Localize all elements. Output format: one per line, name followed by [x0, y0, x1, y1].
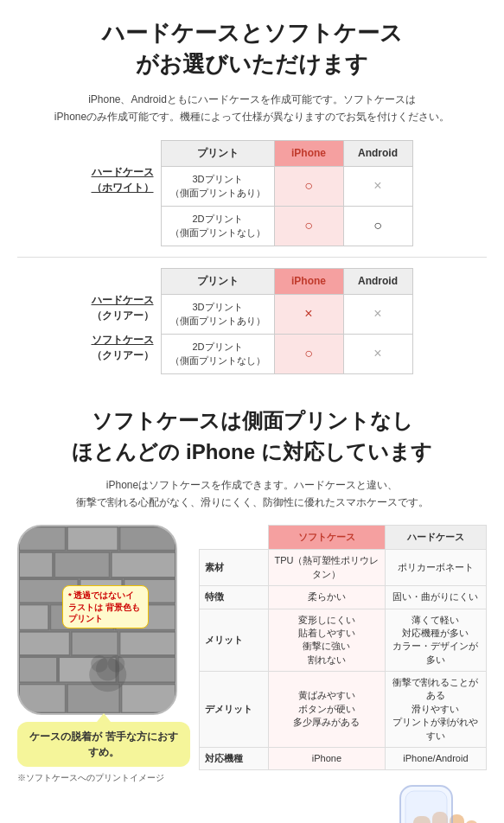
table1: プリント iPhone Android 3Dプリント（側面プリントあり） ○ ×… [161, 140, 413, 246]
hard-cell: ポリカーボネート [385, 550, 486, 586]
svg-rect-6 [112, 552, 175, 577]
android-cell: × [343, 294, 412, 334]
print-cell: 2Dプリント（側面プリントなし） [161, 206, 274, 246]
col-header-print: プリント [161, 140, 274, 166]
iphone-cell: ○ [274, 206, 343, 246]
row-label-soft-clear: ソフトケース（クリアー） [92, 332, 154, 363]
svg-rect-4 [19, 552, 53, 577]
table-row: 3Dプリント（側面プリントあり） ○ × [161, 166, 412, 206]
row-label: デメリット [200, 672, 269, 748]
speech-bubble-area: ケースの脱着が 苦手な方におすすめ。 [17, 722, 190, 767]
svg-rect-10 [19, 605, 48, 630]
print-cell: 2Dプリント（側面プリントなし） [161, 334, 274, 373]
phone-image: 透過ではないイラストは 背景色もプリント [17, 525, 177, 715]
hard-cell: 薄くて軽い対応機種が多いカラー・デザインが多い [385, 609, 486, 672]
svg-rect-14 [72, 632, 118, 655]
iphone-cell: ○ [274, 334, 343, 373]
table-row: 3Dプリント（側面プリントあり） × × [161, 294, 412, 334]
table2: プリント iPhone Android 3Dプリント（側面プリントあり） × ×… [161, 268, 413, 374]
speech-bubble: ケースの脱着が 苦手な方におすすめ。 [17, 722, 190, 767]
soft-cell: 黄ばみやすいボタンが硬い多少厚みがある [269, 672, 386, 748]
row-label-hard-clear: ハードケース（クリアー） [92, 292, 154, 323]
svg-rect-1 [19, 527, 66, 551]
svg-rect-3 [119, 527, 175, 551]
th-hard: ハードケース [385, 526, 486, 550]
col-header-iphone: iPhone [274, 140, 343, 166]
svg-rect-13 [19, 632, 70, 655]
table-row: 特徴 柔らかい 固い・曲がりにくい [200, 586, 487, 609]
comparison-area: 透過ではないイラストは 背景色もプリント ケースの脱着が 苦手な方におすすめ。 … [17, 525, 487, 823]
phone-note: ※ソフトケースへのプリントイメージ [17, 772, 190, 784]
phone-area: 透過ではないイラストは 背景色もプリント ケースの脱着が 苦手な方におすすめ。 … [17, 525, 190, 784]
soft-cell: TPU（熱可塑性ポリウレタン） [269, 550, 386, 586]
annotation-bubble: 透過ではないイラストは 背景色もプリント [62, 585, 149, 628]
section1-title: ハードケースとソフトケースがお選びいただけます [17, 17, 487, 80]
clear-case-area [199, 777, 487, 823]
col-header-print2: プリント [161, 268, 274, 294]
row-label: 対応機種 [200, 748, 269, 770]
section1-desc: iPhone、Androidともにハードケースを作成可能です。ソフトケースはiP… [17, 91, 487, 126]
comp-table-wrap: ソフトケース ハードケース 素材 TPU（熱可塑性ポリウレタン） ポリカーボネー… [199, 525, 487, 823]
th-soft: ソフトケース [269, 526, 386, 550]
table-row: 対応機種 iPhone iPhone/Android [200, 748, 487, 770]
section2: ソフトケースは側面プリントなしほとんどの iPhone に対応しています iPh… [0, 392, 504, 823]
table-row: 素材 TPU（熱可塑性ポリウレタン） ポリカーボネート [200, 550, 487, 586]
svg-rect-15 [119, 632, 175, 655]
print-cell: 3Dプリント（側面プリントあり） [161, 294, 274, 334]
soft-cell: 変形しにくい貼着しやすい衝撃に強い割れない [269, 609, 386, 672]
table-row: 2Dプリント（側面プリントなし） ○ × [161, 334, 412, 373]
svg-rect-32 [405, 791, 447, 823]
hard-cell: 固い・曲がりにくい [385, 586, 486, 609]
annotation-text: 透過ではないイラストは 背景色もプリント [68, 590, 140, 623]
section2-title: ソフトケースは側面プリントなしほとんどの iPhone に対応しています [17, 405, 487, 468]
hard-cell: 衝撃で割れることがある滑りやすいプリントが剥がれやすい [385, 672, 486, 748]
col-header-iphone2: iPhone [274, 268, 343, 294]
svg-point-25 [96, 657, 119, 680]
svg-rect-19 [19, 685, 66, 713]
android-cell: ○ [343, 206, 412, 246]
svg-rect-21 [121, 685, 175, 713]
table1-wrap: ハードケース（ホワイト） プリント iPhone Android 3Dプリント（… [17, 140, 487, 246]
svg-rect-18 [118, 657, 175, 682]
row-label: メリット [200, 609, 269, 672]
table-row: メリット 変形しにくい貼着しやすい衝撃に強い割れない 薄くて軽い対応機種が多いカ… [200, 609, 487, 672]
iphone-cell: ○ [274, 166, 343, 206]
soft-cell: iPhone [269, 748, 386, 770]
table-row: 2Dプリント（側面プリントなし） ○ ○ [161, 206, 412, 246]
section2-desc: iPhoneはソフトケースを作成できます。ハードケースと違い、衝撃で割れる心配が… [17, 476, 487, 512]
clear-case-img [374, 777, 487, 823]
android-cell: × [343, 166, 412, 206]
svg-rect-16 [19, 657, 57, 682]
empty-header [200, 526, 269, 550]
row-label-hard-white: ハードケース（ホワイト） [92, 164, 154, 195]
comp-table: ソフトケース ハードケース 素材 TPU（熱可塑性ポリウレタン） ポリカーボネー… [199, 525, 487, 770]
svg-rect-2 [67, 527, 118, 551]
soft-cell: 柔らかい [269, 586, 386, 609]
print-cell: 3Dプリント（側面プリントあり） [161, 166, 274, 206]
col-header-android2: Android [343, 268, 412, 294]
table-row: デメリット 黄ばみやすいボタンが硬い多少厚みがある 衝撃で割れることがある滑りや… [200, 672, 487, 748]
android-cell: × [343, 334, 412, 373]
row-label: 素材 [200, 550, 269, 586]
svg-rect-5 [54, 552, 110, 577]
col-header-android: Android [343, 140, 412, 166]
table2-wrap: ハードケース（クリアー） ソフトケース（クリアー） プリント iPhone An… [17, 268, 487, 374]
iphone-cell: × [274, 294, 343, 334]
hard-cell: iPhone/Android [385, 748, 486, 770]
row-label: 特徴 [200, 586, 269, 609]
section1: ハードケースとソフトケースがお選びいただけます iPhone、Androidとも… [0, 0, 504, 392]
